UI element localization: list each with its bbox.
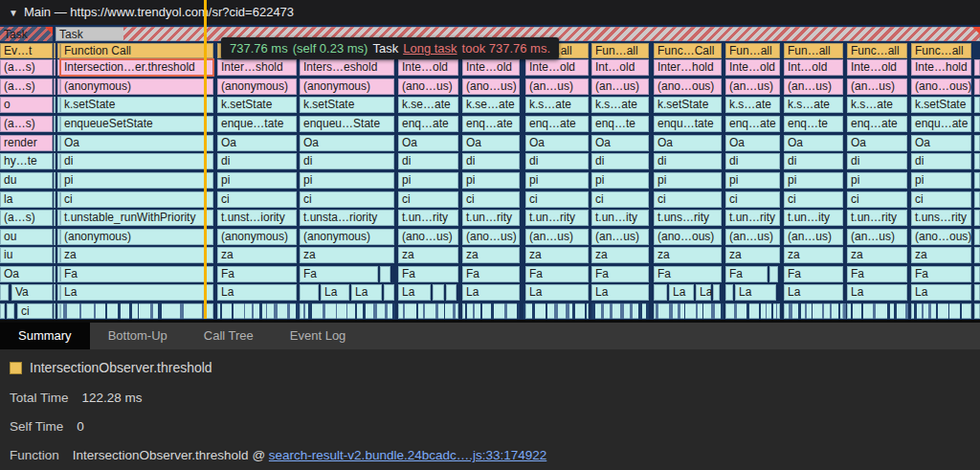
flame-bar[interactable]: t.un…ity: [591, 210, 649, 226]
flame-bar[interactable]: Intersection…er.threshold: [60, 59, 213, 76]
flame-bar[interactable]: Func…all: [847, 43, 907, 58]
flame-bar[interactable]: (an…us): [525, 78, 589, 95]
flame-bar[interactable]: di: [847, 153, 907, 169]
flame-bar[interactable]: (ano…ous): [911, 229, 971, 245]
flame-bar-left[interactable]: hy…te: [0, 153, 53, 169]
flame-bar[interactable]: (an…us): [591, 229, 649, 245]
flame-bar-sliver[interactable]: [54, 97, 56, 113]
flame-bar[interactable]: Int…old: [591, 59, 649, 76]
flame-bar[interactable]: pi: [784, 172, 843, 189]
flame-bar[interactable]: ci: [398, 191, 458, 208]
flame-bar[interactable]: [974, 59, 980, 76]
flame-bar-sliver[interactable]: [54, 59, 56, 76]
flame-bar[interactable]: Fun…all: [784, 43, 843, 58]
flame-bar[interactable]: enqu…ate: [911, 116, 971, 132]
flame-bar[interactable]: Fun…all: [591, 43, 649, 58]
flame-bar[interactable]: (an…us): [725, 229, 780, 245]
flame-bar[interactable]: (anonymous): [217, 78, 297, 95]
flame-bar-left[interactable]: (a…s): [0, 210, 53, 226]
flame-bar[interactable]: La: [911, 284, 971, 301]
flame-bar-left[interactable]: du: [0, 172, 53, 189]
flame-bar[interactable]: Oa: [398, 135, 458, 151]
flame-bar[interactable]: (ano…us): [398, 78, 458, 95]
flame-bar-left[interactable]: [0, 284, 9, 301]
flame-bar[interactable]: Inte…old: [525, 59, 589, 76]
tab-call-tree[interactable]: Call Tree: [186, 323, 272, 349]
flame-bar[interactable]: (ano…ous): [654, 78, 722, 95]
flame-bar[interactable]: Function Call: [60, 43, 213, 58]
flame-bar[interactable]: (anonymous): [217, 229, 297, 245]
flame-bar[interactable]: [784, 303, 843, 319]
flame-bar[interactable]: ci: [784, 191, 843, 208]
flame-bar[interactable]: t.unst…iority: [217, 210, 297, 226]
flame-bar-sliver[interactable]: [54, 229, 56, 245]
flame-bar[interactable]: [398, 303, 458, 319]
flame-bar[interactable]: La: [591, 284, 649, 301]
flame-bar-left[interactable]: ou: [0, 229, 53, 245]
flame-bar-sliver[interactable]: [54, 191, 56, 208]
flame-bar[interactable]: [713, 284, 720, 301]
flame-bar[interactable]: Fa: [784, 266, 843, 282]
flame-bar[interactable]: di: [654, 153, 722, 169]
flame-bar[interactable]: di: [725, 153, 780, 169]
flame-bar[interactable]: (anonymous): [60, 229, 213, 245]
flame-bar[interactable]: enq…te: [784, 116, 843, 132]
flame-bar[interactable]: Fun…all: [725, 43, 780, 58]
flame-bar[interactable]: La: [525, 284, 589, 301]
flame-bar[interactable]: ci: [591, 191, 649, 208]
flame-bar[interactable]: pi: [911, 172, 971, 189]
flame-bar-left[interactable]: [7, 303, 14, 319]
flame-bar[interactable]: Inter…hold: [654, 59, 722, 76]
flame-bar[interactable]: Oa: [654, 135, 722, 151]
flame-bar[interactable]: enq…ate: [847, 116, 907, 132]
flame-bar[interactable]: di: [911, 153, 971, 169]
tab-summary[interactable]: Summary: [0, 323, 90, 349]
track-header[interactable]: ▼Main — https://www.trendyol.com/sr?cid=…: [0, 0, 980, 25]
flame-bar[interactable]: Oa: [300, 135, 394, 151]
flame-bar-sliver[interactable]: [54, 116, 56, 132]
flame-bar[interactable]: t.un…rity: [398, 210, 458, 226]
flame-bar[interactable]: [911, 303, 971, 319]
flame-bar[interactable]: ci: [462, 191, 520, 208]
flame-bar[interactable]: t.uns…rity: [654, 210, 722, 226]
flame-bar[interactable]: (an…us): [847, 229, 907, 245]
flame-bar[interactable]: (an…us): [725, 78, 780, 95]
flame-bar-sliver[interactable]: [54, 266, 56, 282]
flame-bar[interactable]: Inte…old: [725, 59, 780, 76]
flame-bar-sliver[interactable]: [54, 43, 56, 58]
flame-bar[interactable]: (anonymous): [300, 229, 394, 245]
flame-bar[interactable]: Oa: [217, 135, 297, 151]
flame-bar[interactable]: La: [60, 284, 213, 301]
flame-bar[interactable]: [974, 172, 980, 189]
flame-bar[interactable]: [974, 191, 980, 208]
flame-bar[interactable]: Inte…old: [847, 59, 907, 76]
flame-bar[interactable]: di: [217, 153, 297, 169]
flame-bar[interactable]: k.setState: [60, 97, 213, 113]
flame-bar-left[interactable]: Va: [11, 284, 53, 301]
flame-bar[interactable]: Fa: [591, 266, 649, 282]
flame-bar[interactable]: [380, 266, 390, 282]
flame-bar[interactable]: k.setState: [217, 97, 297, 113]
flame-bar[interactable]: za: [60, 247, 213, 263]
flame-bar[interactable]: t.unstable_runWithPriority: [60, 210, 213, 226]
flame-bar-sliver[interactable]: [54, 247, 56, 263]
flame-bar[interactable]: ci: [725, 191, 780, 208]
flame-bar[interactable]: enq…ate: [525, 116, 589, 132]
flame-bar-sliver[interactable]: [54, 172, 56, 189]
long-task-link[interactable]: Long task: [403, 41, 457, 56]
flame-bar[interactable]: Func…Call: [654, 43, 722, 58]
flame-bar[interactable]: [974, 229, 980, 245]
flame-bar[interactable]: pi: [591, 172, 649, 189]
flame-bar[interactable]: [974, 97, 980, 113]
flame-bar[interactable]: La: [696, 284, 711, 301]
flame-bar-sliver[interactable]: [54, 210, 56, 226]
flame-bar-sliver[interactable]: [54, 303, 56, 319]
flame-bar-sliver[interactable]: [54, 78, 56, 95]
collapse-triangle-icon[interactable]: ▼: [9, 8, 18, 18]
flame-bar[interactable]: [974, 303, 980, 319]
flame-bar[interactable]: Oa: [462, 135, 520, 151]
flame-bar[interactable]: di: [398, 153, 458, 169]
flame-bar-left[interactable]: Oa: [0, 266, 53, 282]
flame-bar[interactable]: Oa: [591, 135, 649, 151]
flame-bar[interactable]: Fa: [217, 266, 297, 282]
